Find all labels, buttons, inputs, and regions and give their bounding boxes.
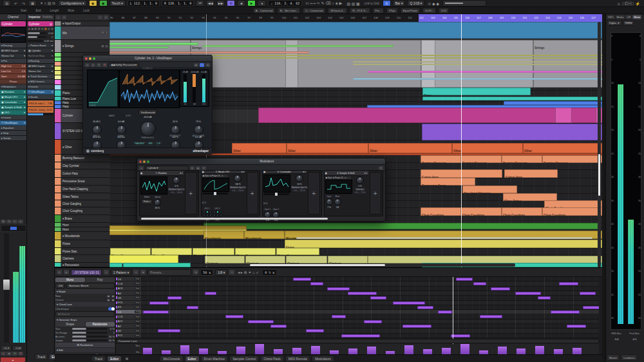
bypass-icon[interactable]: ⊘	[91, 63, 95, 67]
chord-notes-select[interactable]: All Notes ▾	[55, 311, 115, 317]
clip[interactable]	[109, 22, 602, 39]
midi-note[interactable]	[158, 329, 180, 332]
depth-knob[interactable]	[173, 176, 180, 184]
tab-visibility[interactable]: Visibility	[43, 15, 53, 19]
intensity-knob[interactable]	[171, 125, 180, 135]
track-row[interactable]: One Hand Clapping	[55, 186, 109, 193]
volume-value[interactable]: 0.00	[48, 32, 53, 35]
setup-icon[interactable]: ▦	[28, 0, 37, 6]
clip[interactable]: Woodwinds	[244, 231, 285, 239]
clip[interactable]: Other	[287, 143, 368, 153]
pan-display[interactable]	[1, 225, 26, 232]
swing-field[interactable]: 0 % ⇅	[262, 269, 277, 276]
velocity-bar[interactable]	[255, 344, 264, 354]
lock-icon[interactable]: ▣	[107, 295, 110, 298]
step-count-field[interactable]: 50 ⇅	[200, 269, 213, 276]
clip[interactable]: Burning Bassoon	[421, 155, 461, 163]
control-select[interactable]: Perlin ▾	[141, 199, 153, 204]
routing-select[interactable]: Stereo Out▾	[27, 69, 54, 74]
midi-note[interactable]	[341, 334, 380, 338]
clip[interactable]	[109, 43, 198, 45]
insert-slot[interactable]: ⏻ UltraShaper▾	[0, 120, 26, 126]
left-locator-display[interactable]: L 112. 1. 1. 0	[128, 0, 160, 6]
draw-tool-icon[interactable]: ✎	[229, 270, 234, 274]
routing-select[interactable]: Modulator Input 1 ▾	[168, 188, 185, 191]
project-hscroll-thumb[interactable]	[250, 264, 385, 266]
edit-channel-button[interactable]: e	[18, 220, 23, 224]
meter-scale-select[interactable]: RMS▾	[623, 20, 635, 26]
grid-type-select[interactable]: Bar ▾	[393, 0, 406, 6]
param-slider[interactable]	[72, 339, 108, 341]
channel-section-header[interactable]: ▾ Modulators	[0, 84, 26, 90]
peak-value[interactable]: -2.08	[12, 345, 23, 351]
clip[interactable]	[353, 78, 602, 80]
modulator-item[interactable]: ▣ LFO▾	[0, 110, 26, 115]
inspector-track-name[interactable]: Cylinder◎	[28, 21, 53, 26]
project-vscrollbar[interactable]	[598, 22, 601, 267]
footer-tab-chord-pads[interactable]: Chord Pads	[261, 356, 283, 361]
status-chip[interactable]: DJ-Fi...	[422, 8, 436, 14]
clip[interactable]: Percussive Snow	[421, 178, 475, 186]
clip[interactable]: Flutes Stac	[151, 248, 192, 255]
clip[interactable]: Other	[232, 143, 287, 153]
routing-select[interactable]: All MIDI Inputs▾	[27, 64, 54, 69]
footer-tab-midi-remote[interactable]: MIDI Remote	[286, 356, 310, 361]
clip[interactable]: Other	[368, 143, 452, 153]
menu-icon[interactable]: ▾↗	[303, 171, 306, 173]
velocity-bar[interactable]	[199, 348, 208, 354]
velocity-bar[interactable]	[367, 347, 376, 354]
folder-track-row[interactable]: ▾ Input/Output	[55, 21, 109, 26]
stop-button[interactable]: ■	[237, 0, 245, 6]
instrument-select[interactable]: ▦ Cylinder▾	[27, 48, 54, 53]
add-modulator-button[interactable]: +	[308, 172, 320, 214]
modulator-slot[interactable]: ▣3: Crossfader▾↗50 %50 %Modulator Input …	[262, 170, 322, 216]
footer-tab-editor-left[interactable]: Editor	[108, 356, 121, 361]
modulators-window[interactable]: Modulators ▸ Cylinder ▾ ≣ ▦ ◫ ◳ ▣1: Rand…	[137, 158, 386, 222]
tile-view-icon[interactable]: ◫	[202, 166, 206, 170]
param-slider[interactable]	[72, 332, 108, 334]
detector-mode-transient[interactable]: TRANSIENT	[133, 142, 146, 146]
search-track-icon[interactable]: ⌕	[98, 15, 102, 19]
midi-note[interactable]	[538, 296, 551, 300]
tool-icons[interactable]: ▭ ⟷ ✂ ✎ ⌫ ⌕ ◈ ▶	[304, 1, 343, 6]
midi-note[interactable]	[370, 296, 386, 300]
phase-button[interactable]: Phase	[0, 79, 26, 84]
send-slot[interactable]: FX02-H. +Delay-15.21	[28, 107, 53, 113]
clip[interactable]: Woodwinds	[204, 231, 244, 239]
clip[interactable]: Other	[523, 143, 602, 153]
modulator-waveform-display[interactable]	[140, 176, 167, 195]
preset-gear-icon[interactable]: ⚙	[193, 270, 198, 274]
midi-note[interactable]	[348, 292, 377, 295]
track-picker-icon[interactable]: ▸	[139, 166, 144, 170]
velocity-bar[interactable]	[348, 348, 357, 354]
bypass-icon[interactable]: ▣	[140, 172, 142, 175]
gear-icon[interactable]: ⚙	[205, 63, 210, 67]
duplicate-pattern-button[interactable]: ⧉	[140, 270, 146, 274]
add-track-button[interactable]: +	[56, 15, 61, 19]
clip[interactable]: Choir Coughing	[542, 207, 602, 216]
note-row-label[interactable]: A#22nd	[116, 319, 140, 324]
velocity-bar[interactable]	[460, 344, 469, 354]
piano-roll-lane[interactable]	[140, 281, 599, 286]
clip[interactable]: Flutes Stac	[276, 248, 319, 255]
clip[interactable]: One Hand Clapping	[462, 186, 517, 193]
section-generate-steps[interactable]: ▾ Generate Steps	[55, 318, 115, 322]
piano-roll[interactable]	[140, 277, 599, 338]
modulator-waveform-display[interactable]	[202, 178, 229, 192]
status-chip[interactable]: C... Connected	[303, 8, 325, 14]
rewind-button[interactable]: ◀◀	[206, 0, 214, 6]
midi-note[interactable]	[248, 320, 274, 323]
footer-tab-sampler-control[interactable]: Sampler Control	[230, 356, 258, 361]
mute-button[interactable]: M	[101, 32, 104, 34]
transfer-curve-display[interactable]: CURVE	[87, 70, 119, 108]
modulator-item[interactable]: ▣ Morph LFO▾	[0, 95, 26, 100]
menu-icon[interactable]: ▾↗	[180, 172, 183, 175]
volume-fader-handle[interactable]	[3, 280, 10, 290]
sync-select[interactable]: ▣ Sync to Project S... ▾	[325, 176, 351, 179]
depth-knob[interactable]	[296, 175, 303, 182]
right-zone-tab-meter[interactable]: Meter	[632, 15, 641, 19]
param-value[interactable]: 0 %	[109, 327, 115, 330]
plugin-titlebar[interactable]: Cylinder: Ins. 1 - UltraShaper	[83, 55, 212, 62]
lfo-shape-button[interactable]	[216, 214, 219, 216]
clip[interactable]: Burning Bassoon	[502, 155, 542, 163]
